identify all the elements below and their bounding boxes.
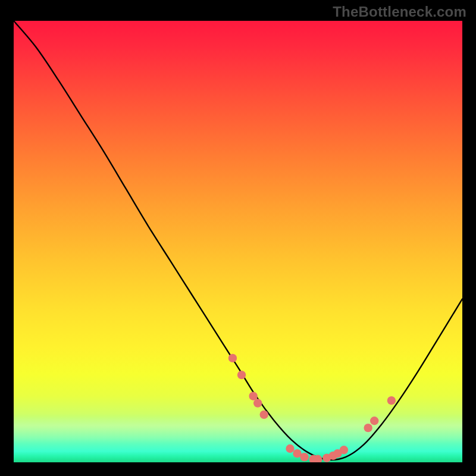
curve-layer: [14, 21, 462, 462]
plot-area: [14, 21, 462, 462]
chart-stage: TheBottleneck.com: [0, 0, 476, 476]
bottleneck-curve: [14, 21, 462, 460]
data-point: [228, 354, 237, 362]
data-point: [340, 446, 348, 454]
data-point: [249, 392, 257, 400]
data-point: [237, 371, 246, 379]
data-point: [300, 453, 308, 461]
data-point: [253, 399, 262, 407]
data-point: [364, 424, 372, 432]
data-point: [370, 416, 378, 425]
data-point: [387, 396, 396, 405]
watermark-text: TheBottleneck.com: [333, 4, 466, 20]
curve-points: [228, 354, 396, 462]
data-point: [260, 411, 268, 419]
data-point: [286, 444, 294, 453]
